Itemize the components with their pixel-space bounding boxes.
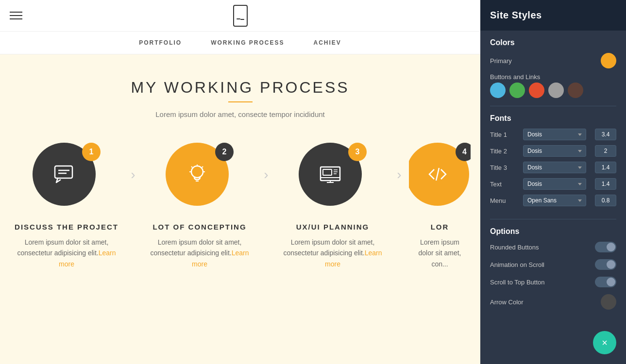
- font-size-menu[interactable]: [595, 195, 616, 206]
- font-label-title3: Title 3: [490, 164, 514, 171]
- font-row-text: Text DosisOpen Sans: [490, 178, 616, 190]
- font-select-text[interactable]: DosisOpen Sans: [523, 178, 586, 190]
- step-3-title: UX/UI PLANNING: [296, 223, 370, 231]
- color-swatches-row: [490, 83, 616, 98]
- svg-line-9: [191, 166, 192, 167]
- panel-header: Site Styles: [480, 0, 626, 31]
- arrow-color-swatch[interactable]: [601, 294, 616, 310]
- section-subtitle: Lorem ipsum dolor amet, consecte tempor …: [155, 110, 325, 118]
- step-4-title: Lor: [431, 223, 449, 231]
- main-content: PORTFOLIO WORKING PROCESS ACHIEV MY WORK…: [0, 0, 480, 364]
- step-3-icon-container: 3: [299, 143, 367, 211]
- animation-scroll-label: Animation on Scroll: [490, 261, 544, 268]
- font-select-title1[interactable]: DosisOpen SansRoboto: [523, 129, 586, 140]
- fonts-title: Fonts: [490, 114, 616, 123]
- font-row-title2: Title 2 DosisOpen Sans: [490, 145, 616, 157]
- scroll-top-toggle[interactable]: [595, 277, 616, 287]
- step-3-number: 3: [348, 143, 367, 161]
- step-1-learn-more[interactable]: Learn more: [59, 249, 116, 267]
- step-3-learn-more[interactable]: Learn more: [325, 249, 382, 267]
- swatch-green[interactable]: [509, 83, 525, 98]
- nav-working-process[interactable]: WORKING PROCESS: [211, 39, 284, 46]
- font-label-text: Text: [490, 181, 514, 188]
- font-row-title3: Title 3 DosisOpen Sans: [490, 162, 616, 173]
- swatch-gray[interactable]: [548, 83, 564, 98]
- font-size-text[interactable]: [595, 178, 616, 190]
- screen-icon: [317, 161, 344, 188]
- option-rounded-buttons: Rounded Buttons: [490, 242, 616, 252]
- fonts-section: Fonts Title 1 DosisOpen SansRoboto Title…: [480, 106, 626, 219]
- primary-color-swatch[interactable]: [601, 53, 616, 68]
- option-scroll-top: Scroll to Top Button: [490, 277, 616, 287]
- title-underline: [228, 101, 253, 102]
- step-2-learn-more[interactable]: Learn more: [192, 249, 249, 267]
- arrow-1: ›: [123, 143, 143, 182]
- right-panel: Site Styles Colors Primary Buttons and L…: [480, 0, 626, 364]
- primary-color-row: Primary: [490, 53, 616, 68]
- font-select-title2[interactable]: DosisOpen Sans: [523, 145, 586, 157]
- swatch-red[interactable]: [529, 83, 544, 98]
- svg-line-19: [436, 168, 439, 181]
- step-4: 4 Lor Lorem ipsum dolor sit amet, con...: [409, 143, 471, 269]
- option-arrow-color: Arrow Color: [490, 294, 616, 310]
- colors-title: Colors: [490, 38, 616, 47]
- fab-close-button[interactable]: ×: [593, 331, 616, 354]
- chat-icon: [51, 161, 78, 188]
- step-1-desc: Lorem ipsum dolor sit amet, consectetur …: [15, 237, 118, 269]
- code-icon: [425, 162, 450, 186]
- step-2-icon-container: 2: [166, 143, 234, 211]
- colors-section: Colors Primary Buttons and Links: [480, 31, 626, 106]
- swatch-blue[interactable]: [490, 83, 506, 98]
- step-1-number: 1: [82, 143, 101, 161]
- svg-point-3: [191, 166, 203, 178]
- font-size-title1[interactable]: [595, 129, 616, 140]
- scroll-top-label: Scroll to Top Button: [490, 279, 545, 286]
- process-section: MY WORKING PROCESS Lorem ipsum dolor ame…: [0, 54, 480, 364]
- section-title: MY WORKING PROCESS: [131, 79, 349, 97]
- font-row-menu: Menu Open SansDosis: [490, 195, 616, 206]
- primary-label: Primary: [490, 57, 512, 65]
- nav-achievements[interactable]: ACHIEV: [314, 39, 341, 46]
- font-size-title3[interactable]: [595, 162, 616, 173]
- phone-icon: [233, 5, 248, 27]
- navbar: PORTFOLIO WORKING PROCESS ACHIEV: [0, 32, 480, 54]
- font-size-title2[interactable]: [595, 145, 616, 157]
- header: [0, 0, 480, 32]
- font-select-menu[interactable]: Open SansDosis: [523, 195, 586, 206]
- arrow-color-label: Arrow Color: [490, 298, 524, 306]
- step-1: 1 DISCUSS THE PROJECT Lorem ipsum dolor …: [10, 143, 123, 269]
- step-2: 2 LOT OF CONCEPTING Lorem ipsum dolor si…: [143, 143, 256, 269]
- rounded-buttons-label: Rounded Buttons: [490, 244, 539, 251]
- step-1-icon-container: 1: [33, 143, 101, 211]
- hamburger-menu[interactable]: [10, 12, 22, 19]
- animation-scroll-toggle[interactable]: [595, 259, 616, 270]
- arrow-3: ›: [389, 143, 409, 182]
- option-animation-scroll: Animation on Scroll: [490, 259, 616, 270]
- step-2-desc: Lorem ipsum dolor sit amet, consectetur …: [148, 237, 252, 269]
- step-4-icon-container: 4: [409, 143, 471, 211]
- bulb-icon: [184, 161, 211, 188]
- options-title: Options: [490, 227, 616, 236]
- arrow-2: ›: [256, 143, 276, 182]
- step-2-number: 2: [215, 143, 234, 161]
- process-steps: 1 DISCUSS THE PROJECT Lorem ipsum dolor …: [10, 143, 471, 269]
- font-label-title1: Title 1: [490, 131, 514, 138]
- options-section: Options Rounded Buttons Animation on Scr…: [480, 219, 626, 324]
- rounded-buttons-toggle[interactable]: [595, 242, 616, 252]
- font-label-title2: Title 2: [490, 148, 514, 155]
- svg-rect-15: [323, 169, 332, 175]
- svg-line-7: [202, 166, 203, 167]
- swatch-brown[interactable]: [568, 83, 583, 98]
- step-2-title: LOT OF CONCEPTING: [152, 223, 246, 231]
- step-3: 3 UX/UI PLANNING Lorem ipsum dolor sit a…: [276, 143, 389, 269]
- font-row-title1: Title 1 DosisOpen SansRoboto: [490, 129, 616, 140]
- step-1-title: DISCUSS THE PROJECT: [15, 223, 118, 231]
- step-3-desc: Lorem ipsum dolor sit amet, consectetur …: [281, 237, 385, 269]
- nav-portfolio[interactable]: PORTFOLIO: [139, 39, 182, 46]
- font-select-title3[interactable]: DosisOpen Sans: [523, 162, 586, 173]
- step-4-desc: Lorem ipsum dolor sit amet, con...: [414, 237, 466, 269]
- font-label-menu: Menu: [490, 197, 514, 204]
- buttons-links-label: Buttons and Links: [490, 73, 616, 81]
- svg-rect-0: [55, 166, 72, 178]
